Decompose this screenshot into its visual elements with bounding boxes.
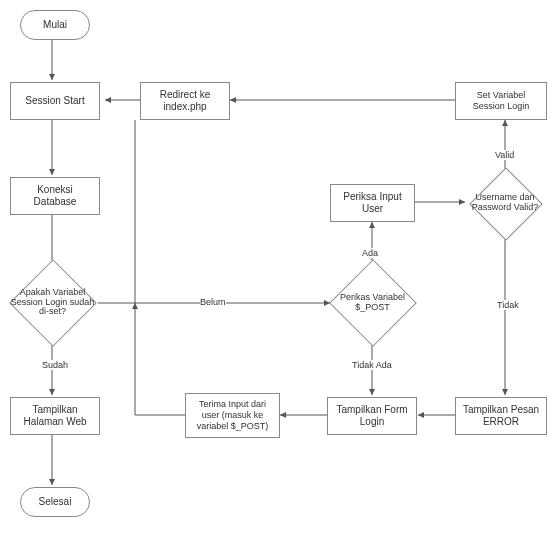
form-login-node: Tampilkan Form Login bbox=[327, 397, 417, 435]
session-start-label: Session Start bbox=[25, 95, 84, 107]
db-node: Koneksi Database bbox=[10, 177, 100, 215]
dec-valid-label: Username dan Password Valid? bbox=[470, 193, 540, 213]
dec-post-node: Perikas Variabel $_POST bbox=[330, 260, 415, 345]
set-var-node: Set Variabel Session Login bbox=[455, 82, 547, 120]
edge-tidak1: Tidak bbox=[497, 300, 519, 310]
edge-belum: Belum bbox=[200, 297, 226, 307]
periksa-user-label: Periksa Input User bbox=[335, 191, 410, 215]
redirect-node: Redirect ke index.php bbox=[140, 82, 230, 120]
dec-valid-node: Username dan Password Valid? bbox=[470, 168, 540, 238]
db-label: Koneksi Database bbox=[15, 184, 95, 208]
periksa-user-node: Periksa Input User bbox=[330, 184, 415, 222]
start-label: Mulai bbox=[43, 19, 67, 31]
edge-tidakada: Tidak Ada bbox=[352, 360, 392, 370]
form-login-label: Tampilkan Form Login bbox=[332, 404, 412, 428]
end-node: Selesai bbox=[20, 487, 90, 517]
pesan-error-label: Tampilkan Pesan ERROR bbox=[460, 404, 542, 428]
dec-post-label: Perikas Variabel $_POST bbox=[330, 293, 415, 313]
redirect-label: Redirect ke index.php bbox=[145, 89, 225, 113]
pesan-error-node: Tampilkan Pesan ERROR bbox=[455, 397, 547, 435]
set-var-label: Set Variabel Session Login bbox=[460, 90, 542, 112]
edge-valid: Valid bbox=[495, 150, 514, 160]
terima-input-label: Terima Input dari user (masuk ke variabe… bbox=[190, 399, 275, 431]
dec-session-node: Apakah Variabel Session Login sudah di-s… bbox=[10, 260, 95, 345]
start-node: Mulai bbox=[20, 10, 90, 40]
session-start-node: Session Start bbox=[10, 82, 100, 120]
edge-ada: Ada bbox=[362, 248, 378, 258]
dec-session-label: Apakah Variabel Session Login sudah di-s… bbox=[10, 288, 95, 318]
end-label: Selesai bbox=[39, 496, 72, 508]
tampil-web-node: Tampilkan Halaman Web bbox=[10, 397, 100, 435]
terima-input-node: Terima Input dari user (masuk ke variabe… bbox=[185, 393, 280, 438]
tampil-web-label: Tampilkan Halaman Web bbox=[15, 404, 95, 428]
edge-sudah: Sudah bbox=[42, 360, 68, 370]
